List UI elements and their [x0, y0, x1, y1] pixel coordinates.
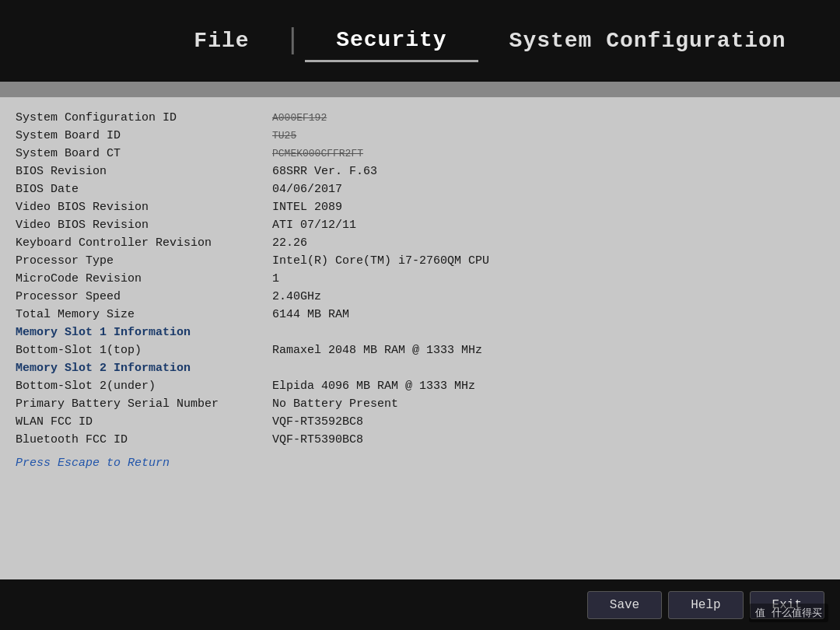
row-total-memory-size: Total Memory Size 6144 MB RAM — [16, 306, 824, 324]
label-bios-revision: BIOS Revision — [16, 165, 272, 178]
label-microcode-revision: MicroCode Revision — [16, 272, 272, 285]
row-video-bios-revision-ati: Video BIOS Revision ATI 07/12/11 — [16, 216, 824, 234]
row-processor-speed: Processor Speed 2.40GHz — [16, 288, 824, 306]
label-memory-slot-1-info: Memory Slot 1 Information — [16, 326, 272, 339]
row-bottom-slot-1: Bottom-Slot 1(top) Ramaxel 2048 MB RAM @… — [16, 341, 824, 359]
value-primary-battery-serial: No Battery Present — [272, 397, 824, 411]
label-wlan-fcc-id: WLAN FCC ID — [16, 415, 272, 429]
value-bottom-slot-1: Ramaxel 2048 MB RAM @ 1333 MHz — [272, 344, 824, 357]
watermark: 值 什么值得买 — [749, 604, 828, 622]
top-navigation-bar: File | Security System Configuration — [0, 0, 840, 82]
nav-item-security[interactable]: Security — [305, 20, 478, 62]
label-memory-slot-2-info: Memory Slot 2 Information — [16, 362, 272, 375]
value-processor-speed: 2.40GHz — [272, 290, 824, 303]
nav-divider-1: | — [285, 25, 302, 57]
row-bios-revision: BIOS Revision 68SRR Ver. F.63 — [16, 163, 824, 180]
system-info-table: System Configuration ID A000EF192 System… — [16, 109, 824, 449]
row-system-config-id: System Configuration ID A000EF192 — [16, 109, 824, 127]
label-bluetooth-fcc-id: Bluetooth FCC ID — [16, 433, 272, 446]
row-system-board-ct: System Board CT PCMEK000CFFR2FT — [16, 145, 824, 163]
label-bottom-slot-1: Bottom-Slot 1(top) — [16, 344, 272, 357]
row-bottom-slot-2: Bottom-Slot 2(under) Elpida 4096 MB RAM … — [16, 377, 824, 395]
bottom-action-bar: Save Help Exit — [0, 579, 840, 630]
label-processor-speed: Processor Speed — [16, 290, 272, 303]
row-bluetooth-fcc-id: Bluetooth FCC ID VQF-RT5390BC8 — [16, 431, 824, 449]
row-memory-slot-2-info: Memory Slot 2 Information — [16, 359, 824, 377]
row-keyboard-controller-revision: Keyboard Controller Revision 22.26 — [16, 234, 824, 252]
label-total-memory-size: Total Memory Size — [16, 308, 272, 321]
row-system-board-id: System Board ID TU25 — [16, 127, 824, 145]
value-memory-slot-2-info — [272, 362, 824, 375]
value-system-board-ct: PCMEK000CFFR2FT — [272, 147, 824, 160]
save-button[interactable]: Save — [587, 591, 662, 619]
label-system-config-id: System Configuration ID — [16, 111, 272, 124]
value-system-board-id: TU25 — [272, 129, 824, 142]
value-memory-slot-1-info — [272, 326, 824, 339]
row-microcode-revision: MicroCode Revision 1 — [16, 270, 824, 288]
label-bios-date: BIOS Date — [16, 183, 272, 196]
row-video-bios-revision-intel: Video BIOS Revision INTEL 2089 — [16, 198, 824, 216]
label-bottom-slot-2: Bottom-Slot 2(under) — [16, 380, 272, 393]
separator-band — [0, 82, 840, 97]
label-system-board-ct: System Board CT — [16, 147, 272, 160]
value-bottom-slot-2: Elpida 4096 MB RAM @ 1333 MHz — [272, 380, 824, 393]
value-bios-revision: 68SRR Ver. F.63 — [272, 165, 824, 178]
row-primary-battery-serial: Primary Battery Serial Number No Battery… — [16, 395, 824, 413]
row-bios-date: BIOS Date 04/06/2017 — [16, 180, 824, 198]
value-bios-date: 04/06/2017 — [272, 183, 824, 196]
row-wlan-fcc-id: WLAN FCC ID VQF-RT3592BC8 — [16, 413, 824, 431]
label-keyboard-controller-revision: Keyboard Controller Revision — [16, 236, 272, 250]
label-system-board-id: System Board ID — [16, 129, 272, 142]
value-system-config-id: A000EF192 — [272, 111, 824, 124]
value-video-bios-revision-ati: ATI 07/12/11 — [272, 219, 824, 232]
value-processor-type: Intel(R) Core(TM) i7-2760QM CPU — [272, 254, 824, 268]
label-primary-battery-serial: Primary Battery Serial Number — [16, 397, 272, 411]
press-escape-text: Press Escape to Return — [16, 457, 824, 470]
main-content-area: System Configuration ID A000EF192 System… — [0, 97, 840, 579]
value-video-bios-revision-intel: INTEL 2089 — [272, 201, 824, 214]
value-microcode-revision: 1 — [272, 272, 824, 285]
label-video-bios-revision-ati: Video BIOS Revision — [16, 219, 272, 232]
nav-item-system-config[interactable]: System Configuration — [478, 21, 817, 61]
label-processor-type: Processor Type — [16, 254, 272, 268]
label-video-bios-revision-intel: Video BIOS Revision — [16, 201, 272, 214]
value-bluetooth-fcc-id: VQF-RT5390BC8 — [272, 433, 824, 446]
nav-menu: File | Security System Configuration — [163, 20, 817, 62]
value-wlan-fcc-id: VQF-RT3592BC8 — [272, 415, 824, 429]
nav-item-file[interactable]: File — [163, 21, 280, 61]
value-total-memory-size: 6144 MB RAM — [272, 308, 824, 321]
value-keyboard-controller-revision: 22.26 — [272, 236, 824, 250]
help-button[interactable]: Help — [668, 591, 743, 619]
row-processor-type: Processor Type Intel(R) Core(TM) i7-2760… — [16, 252, 824, 270]
row-memory-slot-1-info: Memory Slot 1 Information — [16, 324, 824, 341]
